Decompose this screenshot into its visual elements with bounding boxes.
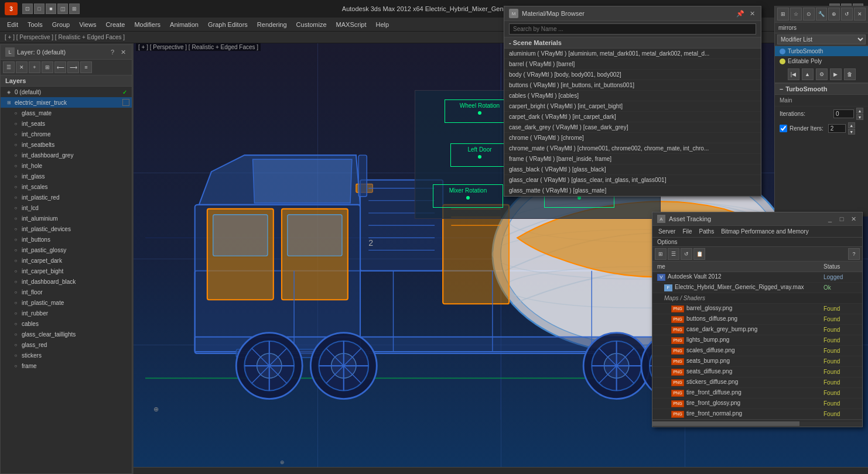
layer-item-11[interactable]: ○int_lcd: [1, 202, 132, 213]
layer-item-17[interactable]: ○int_carpet_bight: [1, 266, 132, 276]
menu-item-rendering[interactable]: Rendering: [252, 18, 292, 31]
material-item-10[interactable]: frame ( VRayMtl ) [barrel_inside, frame]: [504, 154, 761, 164]
asset-row-1[interactable]: FElectric_Hybrid_Mixer_Generic_Rigged_vr…: [652, 283, 862, 293]
asset-scrollbar-h[interactable]: [652, 420, 862, 427]
material-item-11[interactable]: glass_black ( VRayMtl ) [glass_black]: [504, 164, 761, 175]
layers-tool-1[interactable]: ☰: [3, 61, 15, 73]
menu-item-graph-editors[interactable]: Graph Editors: [203, 18, 252, 31]
rp-btn2[interactable]: ☆: [790, 8, 802, 20]
layer-item-13[interactable]: ○int_plastic_devices: [1, 224, 132, 234]
iterations-down[interactable]: ▼: [856, 114, 863, 120]
menu-item-views[interactable]: Views: [74, 18, 101, 31]
layers-list[interactable]: ◈0 (default)✓⊞electric_mixer_truck○glass…: [1, 87, 132, 473]
menu-item-help[interactable]: Help: [371, 18, 394, 31]
layers-tool-5[interactable]: ⟵: [54, 61, 66, 73]
layers-tool-6[interactable]: ⟶: [67, 61, 79, 73]
layer-item-16[interactable]: ○int_carpet_dark: [1, 255, 132, 266]
rp-btn4[interactable]: 🔧: [816, 8, 828, 20]
h-scrollbar[interactable]: [134, 467, 868, 474]
modifier-turbosmoothitem[interactable]: TurboSmooth: [775, 46, 868, 56]
asset-menu-paths[interactable]: Paths: [696, 227, 718, 236]
layers-tool-4[interactable]: ⊞: [42, 61, 53, 73]
asset-menu-server[interactable]: Server: [655, 227, 679, 236]
asset-menu-bitmap-performance-and-memory[interactable]: Bitmap Performance and Memory: [717, 227, 812, 236]
asset-row-7[interactable]: PNGscales_diffuse.pngFound: [652, 346, 862, 356]
asset-close-button[interactable]: ✕: [849, 215, 857, 223]
menu-item-modifiers[interactable]: Modifiers: [129, 18, 165, 31]
menu-item-tools[interactable]: Tools: [23, 18, 47, 31]
asset-table[interactable]: VAutodesk Vault 2012LoggedFElectric_Hybr…: [652, 272, 862, 420]
remove-button[interactable]: 🗑: [844, 68, 856, 80]
layer-item-4[interactable]: ○int_chrome: [1, 129, 132, 139]
nav-up-button[interactable]: ▲: [802, 68, 814, 80]
layer-item-20[interactable]: ○int_plastic_mate: [1, 297, 132, 308]
rp-btn7[interactable]: ✕: [854, 8, 866, 20]
asset-row-2[interactable]: Maps / Shaders: [652, 293, 862, 304]
material-item-9[interactable]: chrome_mate ( VRayMtl ) [chrome001, chro…: [504, 143, 761, 154]
layers-tool-2[interactable]: ✕: [16, 61, 28, 73]
asset-row-13[interactable]: PNGtire_front_normal.pngFound: [652, 409, 862, 420]
asset-minimize-button[interactable]: _: [826, 215, 834, 223]
material-browser-pin[interactable]: 📌: [736, 9, 744, 18]
asset-tool-2[interactable]: ☰: [668, 248, 679, 260]
asset-tool-4[interactable]: 📋: [693, 248, 705, 260]
layer-item-18[interactable]: ○int_dashboard_black: [1, 276, 132, 287]
iterations-up[interactable]: ▲: [856, 108, 863, 114]
rp-btn6[interactable]: ↺: [841, 8, 853, 20]
asset-row-5[interactable]: PNGcase_dark_grey_bump.pngFound: [652, 325, 862, 335]
material-item-3[interactable]: buttons ( VRayMtl ) [int_buttons, int_bu…: [504, 80, 761, 91]
layer-item-6[interactable]: ○int_dashboard_grey: [1, 150, 132, 160]
window-btn2[interactable]: ■: [46, 4, 56, 14]
layers-help-button[interactable]: ?: [108, 48, 117, 56]
asset-help-button[interactable]: ?: [848, 248, 860, 260]
material-item-7[interactable]: case_dark_grey ( VRayMtl ) [case_dark_gr…: [504, 122, 761, 133]
render-iters-checkbox[interactable]: [780, 125, 787, 132]
rp-btn3[interactable]: ⊙: [803, 8, 815, 20]
layer-item-21[interactable]: ○int_rubber: [1, 308, 132, 318]
render-iters-up[interactable]: ▲: [848, 122, 855, 128]
material-item-4[interactable]: cables ( VRayMtl ) [cables]: [504, 91, 761, 101]
asset-row-0[interactable]: VAutodesk Vault 2012Logged: [652, 272, 862, 283]
layer-item-14[interactable]: ○int_buttons: [1, 234, 132, 245]
rp-btn1[interactable]: ⊞: [777, 8, 789, 20]
layer-item-2[interactable]: ○glass_mate: [1, 108, 132, 118]
layer-item-5[interactable]: ○int_seatbelts: [1, 139, 132, 150]
nav-right-button[interactable]: ▶: [830, 68, 842, 80]
modifier-editablepoly-item[interactable]: Editable Poly: [775, 56, 868, 66]
window-btn[interactable]: □: [34, 4, 45, 14]
material-item-12[interactable]: glass_clear ( VRayMtl ) [glass_clear, in…: [504, 175, 761, 186]
layer-item-7[interactable]: ○int_hole: [1, 160, 132, 171]
layer-item-22[interactable]: ○cables: [1, 318, 132, 329]
material-browser-close[interactable]: ✕: [748, 9, 756, 18]
layer-item-26[interactable]: ○frame: [1, 360, 132, 371]
pin-stack-button[interactable]: |◀: [788, 68, 799, 80]
material-item-6[interactable]: carpet_dark ( VRayMtl ) [int_carpet_dark…: [504, 112, 761, 122]
layer-item-12[interactable]: ○int_aluminium: [1, 213, 132, 224]
asset-row-10[interactable]: PNGstickers_diffuse.pngFound: [652, 377, 862, 388]
menu-item-animation[interactable]: Animation: [165, 18, 203, 31]
iterations-input[interactable]: [833, 109, 854, 118]
material-item-2[interactable]: body ( VRayMtl ) [body, body001, body002…: [504, 70, 761, 80]
asset-row-8[interactable]: PNGseats_bump.pngFound: [652, 356, 862, 367]
asset-row-3[interactable]: PNGbarrel_glossy.pngFound: [652, 304, 862, 314]
menu-item-maxscript[interactable]: MAXScript: [332, 18, 371, 31]
material-item-8[interactable]: chrome ( VRayMtl ) [chrome]: [504, 133, 761, 143]
material-item-0[interactable]: aluminium ( VRayMtl ) [aluminium, metal_…: [504, 49, 761, 59]
layer-item-0[interactable]: ◈0 (default)✓: [1, 87, 132, 97]
material-item-5[interactable]: carpert_bright ( VRayMtl ) [int_carpet_b…: [504, 101, 761, 112]
layer-item-24[interactable]: ○glass_red: [1, 339, 132, 350]
menu-item-group[interactable]: Group: [47, 18, 75, 31]
config-button[interactable]: ⚙: [816, 68, 828, 80]
asset-row-12[interactable]: PNGtire_front_glossy.pngFound: [652, 399, 862, 409]
layer-item-8[interactable]: ○int_glass: [1, 171, 132, 181]
menu-item-edit[interactable]: Edit: [2, 18, 23, 31]
render-iters-input[interactable]: [828, 124, 846, 133]
layers-tool-7[interactable]: ≡: [80, 61, 92, 73]
asset-row-9[interactable]: PNGseats_diffuse.pngFound: [652, 367, 862, 377]
layer-item-1[interactable]: ⊞electric_mixer_truck: [1, 97, 132, 108]
asset-tool-1[interactable]: ⊞: [655, 248, 667, 260]
rp-btn5[interactable]: ⊕: [828, 8, 840, 20]
asset-tool-3[interactable]: ↺: [681, 248, 692, 260]
layer-item-23[interactable]: ○glass_clear_taillights: [1, 329, 132, 339]
restore-button[interactable]: ⊡: [22, 4, 33, 14]
